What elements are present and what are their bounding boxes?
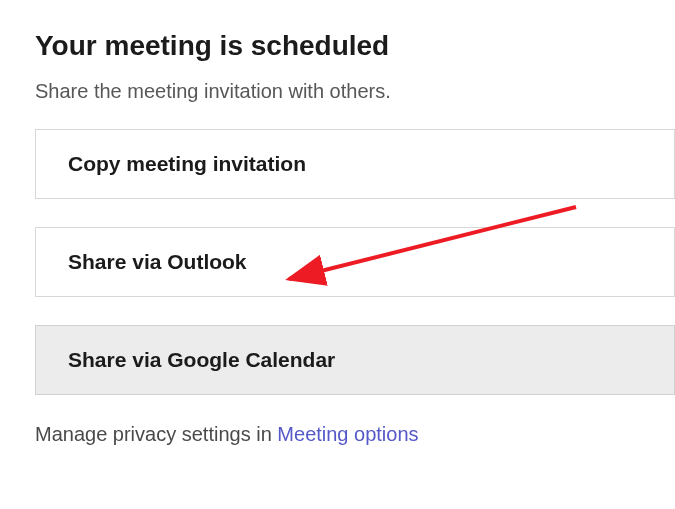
page-title: Your meeting is scheduled: [35, 30, 675, 62]
share-google-button[interactable]: Share via Google Calendar: [35, 325, 675, 395]
footer-text: Manage privacy settings in Meeting optio…: [35, 423, 675, 446]
copy-invitation-label: Copy meeting invitation: [68, 152, 306, 176]
share-google-label: Share via Google Calendar: [68, 348, 335, 372]
footer-prefix: Manage privacy settings in: [35, 423, 277, 445]
share-outlook-label: Share via Outlook: [68, 250, 247, 274]
share-outlook-button[interactable]: Share via Outlook: [35, 227, 675, 297]
meeting-options-link[interactable]: Meeting options: [277, 423, 418, 445]
page-subtitle: Share the meeting invitation with others…: [35, 80, 675, 103]
copy-invitation-button[interactable]: Copy meeting invitation: [35, 129, 675, 199]
